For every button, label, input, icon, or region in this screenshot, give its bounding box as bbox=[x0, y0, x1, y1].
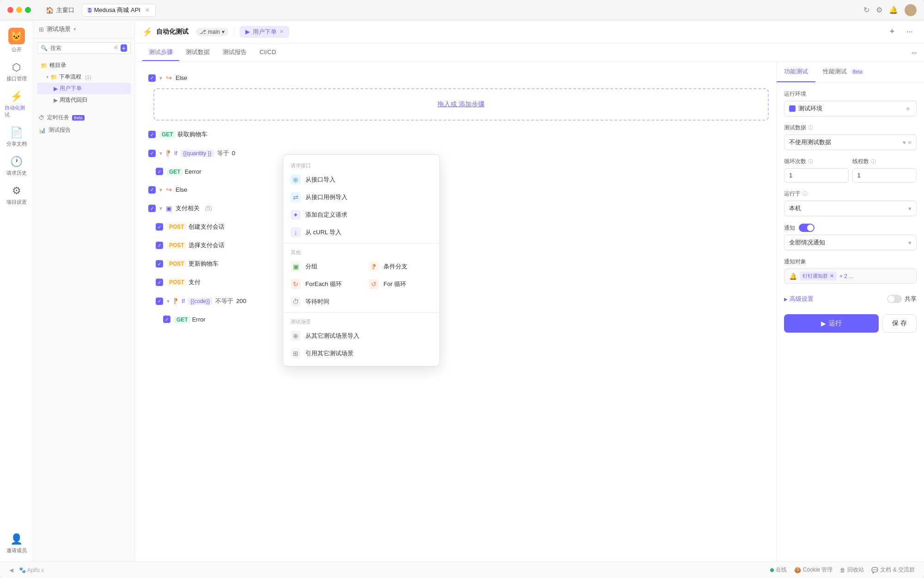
cookie-label: Cookie 管理 bbox=[803, 566, 833, 574]
notify-tag: 钉钉通知群 ✕ bbox=[800, 272, 837, 280]
dropdown-import-interface[interactable]: ⊕ 从接口导入 bbox=[283, 171, 439, 189]
step-if1: ✓ ▾ ⁋ If {{quantity }} 等于 0 bbox=[142, 145, 769, 162]
sidebar-item-reports[interactable]: 📊 测试报告 bbox=[33, 124, 134, 136]
filter-icon[interactable]: ⚟ bbox=[114, 44, 119, 52]
test-data-select[interactable]: 不使用测试数据 ▾ ≡ bbox=[784, 134, 917, 150]
docs-link[interactable]: 💬 文档 & 交流群 bbox=[871, 566, 915, 574]
notify-tag-close[interactable]: ✕ bbox=[830, 273, 834, 279]
tabs-more[interactable]: ··· bbox=[912, 49, 917, 56]
runner-select[interactable]: 本机 ▾ bbox=[784, 201, 917, 216]
step-post-select-payment: ✓ POST选择支付会话 bbox=[142, 237, 769, 254]
save-button[interactable]: 保 存 bbox=[882, 314, 917, 333]
sidebar-item-order-flow[interactable]: ▾ 📁 下单流程 (1) bbox=[37, 71, 131, 83]
sidebar-item-docs[interactable]: 📄 分享文档 bbox=[3, 123, 30, 151]
close-button[interactable] bbox=[7, 7, 13, 13]
env-menu-icon[interactable]: ≡ bbox=[906, 105, 910, 112]
sidebar-item-public[interactable]: 🐱 公开 bbox=[3, 24, 30, 57]
sidebar-item-scheduled[interactable]: ⏱ 定时任务 Beta bbox=[33, 111, 134, 124]
step-check-update-cart[interactable]: ✓ bbox=[156, 260, 163, 268]
step-check-if2[interactable]: ✓ bbox=[156, 298, 163, 305]
run-env-label-text: 运行环境 bbox=[784, 90, 806, 98]
collapse-icon[interactable]: ◀ bbox=[9, 567, 13, 573]
step-check-payment[interactable]: ✓ bbox=[148, 205, 156, 212]
flow-tab[interactable]: ▶ 用户下单 ✕ bbox=[240, 26, 289, 38]
dropdown-import-curl[interactable]: ↓ 从 cURL 导入 bbox=[283, 224, 439, 241]
scenarios-dropdown-icon[interactable]: ▾ bbox=[73, 26, 76, 32]
titlebar: 🏠 主窗口 M Medusa 商城 API ✕ ↻ ⚙ 🔔 bbox=[0, 0, 924, 20]
public-icon: 🐱 bbox=[8, 28, 25, 44]
expand-else2[interactable]: ▾ bbox=[159, 187, 162, 193]
notify-select[interactable]: 全部情况通知 ▾ bbox=[784, 235, 917, 250]
branch-selector[interactable]: ⎇ main ▾ bbox=[196, 28, 228, 36]
bell-icon[interactable]: 🔔 bbox=[889, 6, 898, 14]
sidebar-item-settings[interactable]: ⚙ 项目设置 bbox=[3, 181, 30, 209]
settings-icon[interactable]: ⚙ bbox=[876, 6, 882, 14]
notify-more[interactable]: + 2 ... bbox=[839, 273, 853, 280]
expand-payment[interactable]: ▾ bbox=[159, 205, 162, 212]
sidebar-item-automation[interactable]: ⚡ 自动化测试 bbox=[3, 87, 30, 122]
if2-var: {{code}} bbox=[188, 298, 213, 305]
add-step-action[interactable]: 添加步骤 bbox=[459, 100, 485, 108]
step-get-error: ✓ GETError bbox=[142, 311, 769, 327]
step-check-create-pay[interactable]: ✓ bbox=[156, 223, 163, 231]
run-button[interactable]: ▶ 运行 bbox=[784, 314, 879, 333]
thread-count-input[interactable] bbox=[852, 168, 917, 183]
minimize-button[interactable] bbox=[16, 7, 22, 13]
step-check-eerror[interactable]: ✓ bbox=[156, 168, 163, 175]
dropdown-wait[interactable]: ⏱ 等待时间 bbox=[283, 293, 361, 310]
tab-home[interactable]: 🏠 主窗口 bbox=[40, 4, 80, 16]
tab-report[interactable]: 测试报告 bbox=[216, 44, 253, 61]
step-check-if1[interactable]: ✓ bbox=[148, 150, 156, 157]
cookie-link[interactable]: 🍪 Cookie 管理 bbox=[794, 566, 833, 574]
dropdown-import-scenario[interactable]: ⊕ 从其它测试场景导入 bbox=[283, 327, 439, 345]
sidebar-item-interface[interactable]: ⬡ 接口管理 bbox=[3, 58, 30, 86]
run-env-select[interactable]: 测试环境 ≡ bbox=[784, 101, 917, 116]
folder-icon: 📁 bbox=[41, 62, 48, 69]
loop-count-input[interactable] bbox=[784, 168, 849, 183]
right-tab-perf[interactable]: 性能测试 Beta bbox=[815, 62, 872, 82]
more-options-button[interactable]: ··· bbox=[903, 25, 917, 39]
maximize-button[interactable] bbox=[25, 7, 31, 13]
tab-cicd[interactable]: CI/CD bbox=[253, 45, 282, 60]
tab-home-label: 主窗口 bbox=[56, 6, 74, 14]
add-flow-button[interactable]: + bbox=[885, 25, 899, 39]
tab-steps[interactable]: 测试步骤 bbox=[142, 44, 179, 61]
dropdown-for[interactable]: ↺ For 循环 bbox=[361, 275, 439, 293]
step-check-cart[interactable]: ✓ bbox=[148, 131, 156, 138]
dropdown-add-custom[interactable]: ✦ 添加自定义请求 bbox=[283, 206, 439, 224]
step-check-pay[interactable]: ✓ bbox=[156, 279, 163, 286]
step-check-else1[interactable]: ✓ bbox=[148, 74, 156, 82]
sidebar-item-iterate[interactable]: ▶ 周迭代回归 bbox=[37, 94, 131, 106]
dropdown-foreach[interactable]: ↻ ForEach 循环 bbox=[283, 275, 361, 293]
dropdown-condition[interactable]: ⁋ 条件分支 bbox=[361, 258, 439, 275]
dropdown-group[interactable]: ▣ 分组 bbox=[283, 258, 361, 275]
expand-else1[interactable]: ▾ bbox=[159, 75, 162, 81]
notify-toggle[interactable] bbox=[799, 224, 815, 232]
tab-api[interactable]: M Medusa 商城 API ✕ bbox=[82, 4, 156, 17]
sidebar-item-history[interactable]: 🕐 请求历史 bbox=[3, 152, 30, 180]
step-check-select-pay[interactable]: ✓ bbox=[156, 242, 163, 249]
online-link[interactable]: 在线 bbox=[770, 566, 787, 574]
dropdown-ref-scenario[interactable]: ⊞ 引用其它测试场景 bbox=[283, 345, 439, 362]
step-check-else2[interactable]: ✓ bbox=[148, 186, 156, 194]
step-check-error[interactable]: ✓ bbox=[163, 316, 170, 323]
right-tab-func[interactable]: 功能测试 bbox=[777, 62, 815, 82]
refresh-icon[interactable]: ↻ bbox=[863, 6, 869, 14]
expand-if1[interactable]: ▾ bbox=[159, 150, 162, 157]
tab-close-icon[interactable]: ✕ bbox=[145, 7, 150, 13]
sidebar-item-user-order[interactable]: ▶ 用户下单 bbox=[37, 83, 131, 94]
test-data-value: 不使用测试数据 bbox=[789, 138, 831, 146]
test-data-menu[interactable]: ≡ bbox=[908, 139, 912, 146]
share-toggle[interactable] bbox=[887, 295, 902, 303]
tab-data[interactable]: 测试数据 bbox=[179, 44, 216, 61]
avatar[interactable] bbox=[905, 4, 917, 16]
dropdown-import-example[interactable]: ⇄ 从接口用例导入 bbox=[283, 189, 439, 206]
advanced-toggle[interactable]: ▶ 高级设置 bbox=[784, 295, 814, 303]
add-step-area[interactable]: 拖入或 添加步骤 bbox=[153, 88, 769, 121]
flow-close-icon[interactable]: ✕ bbox=[280, 29, 284, 35]
sidebar-item-invite[interactable]: 👤 邀请成员 bbox=[3, 529, 30, 558]
add-icon[interactable]: + bbox=[121, 44, 127, 52]
sidebar-item-root[interactable]: 📁 根目录 bbox=[37, 60, 131, 71]
recycle-link[interactable]: 🗑 回收站 bbox=[840, 566, 864, 574]
expand-if2[interactable]: ▾ bbox=[167, 298, 170, 304]
